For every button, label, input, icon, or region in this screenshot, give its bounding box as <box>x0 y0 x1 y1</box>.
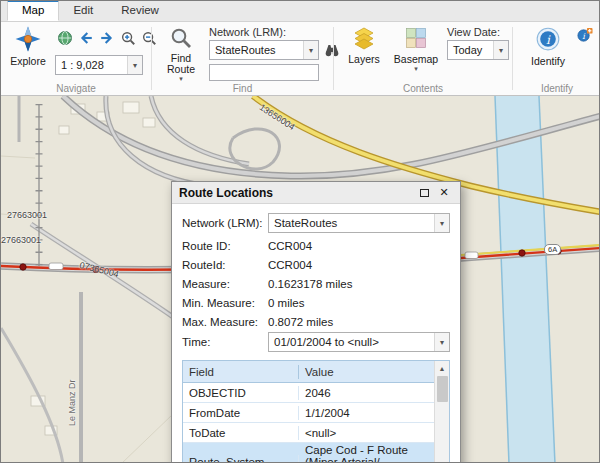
cell-field: Route_System <box>183 455 299 462</box>
table-row[interactable]: ToDate <null> <box>183 423 434 443</box>
map-viewport[interactable]: 27663001 27663001 07365004 13656004 Le M… <box>1 96 599 462</box>
identify-label: Identify <box>531 55 565 67</box>
explore-compass-icon <box>15 26 41 54</box>
table-row[interactable]: OBJECTID 2046 <box>183 383 434 403</box>
field-value: 0.8072 miles <box>268 316 333 328</box>
attributes-table: Field Value OBJECTID 2046 FromDate 1/1/2… <box>182 360 450 462</box>
cell-value: <null> <box>299 426 434 440</box>
layers-label: Layers <box>348 53 380 65</box>
find-route-magnifier-icon <box>169 26 193 52</box>
basemap-label: Basemap <box>394 53 438 65</box>
network-row: Network (LRM): StateRoutes ▾ <box>182 212 450 234</box>
chevron-down-icon: ▾ <box>434 214 449 232</box>
scroll-up-button[interactable]: ▲ <box>435 361 450 375</box>
basemap-button[interactable]: Basemap ▾ <box>390 25 442 72</box>
identify-plus-icon: i <box>576 27 593 44</box>
measure-row: Measure: 0.1623178 miles <box>182 274 450 293</box>
time-select[interactable]: 01/01/2004 to <null> ▾ <box>268 332 450 352</box>
network-select-value: StateRoutes <box>274 217 337 229</box>
app-window: Map Edit Review Explore 1 : 9,028 ▾ <box>0 0 600 463</box>
layers-icon <box>352 26 376 52</box>
chevron-down-icon: ▾ <box>493 41 508 59</box>
table-row[interactable]: FromDate 1/1/2004 <box>183 403 434 423</box>
map-scale-combo[interactable]: 1 : 9,028 ▾ <box>55 55 143 75</box>
forward-arrow-icon <box>99 30 115 46</box>
column-header-value: Value <box>299 365 434 379</box>
dialog-title: Route Locations <box>179 186 273 200</box>
identify-button[interactable]: i Identify <box>525 25 571 68</box>
maximize-button[interactable] <box>415 185 433 201</box>
cell-value: 1/1/2004 <box>299 406 434 420</box>
previous-extent-button[interactable] <box>76 28 95 47</box>
explore-label: Explore <box>10 55 46 67</box>
find-route-button[interactable]: Find Route ▾ <box>160 25 202 82</box>
time-row: Time: 01/01/2004 to <null> ▾ <box>182 331 450 353</box>
route-locations-dialog: Route Locations ✕ Network (LRM): StateRo… <box>171 181 461 462</box>
tab-review[interactable]: Review <box>107 0 173 21</box>
field-label: Time: <box>182 336 268 348</box>
max-measure-row: Max. Measure: 0.8072 miles <box>182 312 450 331</box>
back-arrow-icon <box>78 30 94 46</box>
table-row[interactable]: Route_System Cape Cod - F Route (Minor A… <box>183 443 434 462</box>
cell-field: ToDate <box>183 426 299 440</box>
tab-map[interactable]: Map <box>7 0 59 21</box>
maximize-icon <box>420 189 429 197</box>
navigate-icon-row <box>55 28 158 47</box>
group-label-contents: Contents <box>334 83 512 94</box>
network-lrm-value: StateRoutes <box>215 44 276 56</box>
view-date-combo[interactable]: Today ▾ <box>447 40 509 60</box>
cell-field: OBJECTID <box>183 386 299 400</box>
field-label: RouteId: <box>182 259 268 271</box>
time-select-value: 01/01/2004 to <null> <box>274 336 379 348</box>
chevron-down-icon: ▾ <box>179 76 183 81</box>
field-value: CCR004 <box>268 240 312 252</box>
routeid-row: RouteId: CCR004 <box>182 255 450 274</box>
water-channel <box>495 96 555 462</box>
basemap-icon <box>404 26 428 52</box>
group-contents: Layers Basemap ▾ View Date: Today ▾ Cont… <box>334 22 512 95</box>
next-extent-button[interactable] <box>97 28 116 47</box>
scrollbar-thumb[interactable] <box>437 376 448 402</box>
find-route-label: Find Route <box>162 53 200 75</box>
group-label-identify: Identify <box>513 83 600 94</box>
field-label: Min. Measure: <box>182 297 268 309</box>
field-label: Network (LRM): <box>182 217 268 229</box>
map-scale-value: 1 : 9,028 <box>61 59 104 71</box>
network-lrm-label: Network (LRM): <box>209 26 286 38</box>
field-value: 0 miles <box>268 297 304 309</box>
cell-field: FromDate <box>183 406 299 420</box>
route-id-label: 27663001 <box>1 235 41 245</box>
table-scrollbar[interactable]: ▲ ▼ <box>434 361 449 462</box>
group-navigate: Explore 1 : 9,028 ▾ Navigate <box>1 22 151 95</box>
dialog-titlebar[interactable]: Route Locations ✕ <box>172 182 460 204</box>
full-extent-globe-button[interactable] <box>55 28 74 47</box>
chevron-down-icon: ▾ <box>434 333 449 351</box>
field-label: Route ID: <box>182 240 268 252</box>
column-header-field: Field <box>183 365 299 379</box>
network-lrm-combo[interactable]: StateRoutes ▾ <box>209 40 319 60</box>
scroll-up-icon: ▲ <box>439 365 446 372</box>
ribbon: Explore 1 : 9,028 ▾ Navigate Find <box>1 22 599 96</box>
identify-info-icon: i <box>535 26 561 54</box>
network-select[interactable]: StateRoutes ▾ <box>268 213 450 233</box>
chevron-down-icon: ▾ <box>303 41 318 59</box>
group-identify: i Identify i Identify <box>513 22 600 95</box>
explore-button[interactable]: Explore <box>5 25 51 68</box>
zoom-in-button[interactable] <box>118 28 137 47</box>
cell-value: 2046 <box>299 386 434 400</box>
globe-icon <box>57 30 73 46</box>
min-measure-row: Min. Measure: 0 miles <box>182 293 450 312</box>
layers-button[interactable]: Layers <box>342 25 386 66</box>
tab-edit[interactable]: Edit <box>59 0 107 21</box>
close-button[interactable]: ✕ <box>435 185 453 201</box>
minor-lines <box>1 156 173 462</box>
group-label-find: Find <box>152 83 333 94</box>
zoom-in-icon <box>120 30 136 46</box>
route-id-row: Route ID: CCR004 <box>182 236 450 255</box>
group-label-navigate: Navigate <box>1 83 151 94</box>
route-measure-input[interactable] <box>209 64 319 81</box>
view-date-value: Today <box>453 44 482 56</box>
field-value: 0.1623178 miles <box>268 278 352 290</box>
identify-route-location-button[interactable]: i <box>575 26 594 45</box>
table-header-row: Field Value <box>183 361 434 383</box>
